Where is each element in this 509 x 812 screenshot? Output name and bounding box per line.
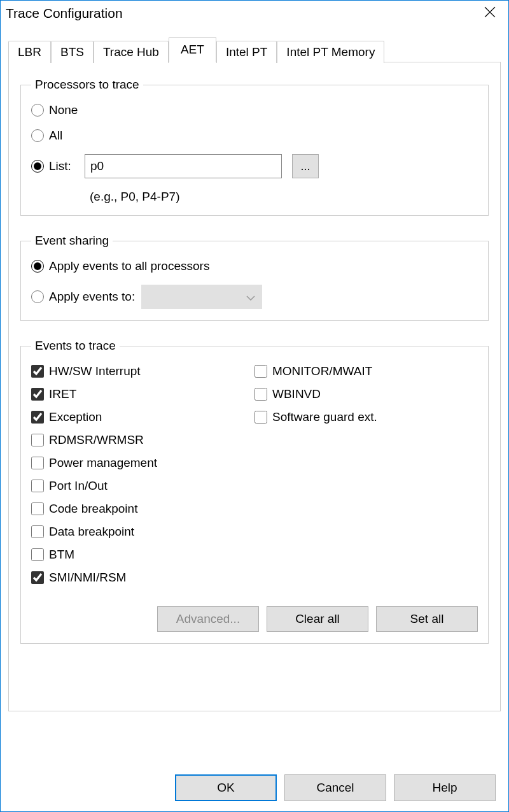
cancel-button[interactable]: Cancel <box>284 774 386 801</box>
chevron-down-icon <box>246 290 255 304</box>
processors-group: Processors to trace None All List: ... (… <box>20 78 489 216</box>
tab-lbr[interactable]: LBR <box>8 41 51 63</box>
titlebar: Trace Configuration <box>1 1 508 26</box>
tab-panel-aet: Processors to trace None All List: ... (… <box>8 62 501 711</box>
apply-to-dropdown[interactable] <box>141 285 262 309</box>
radio-apply-to[interactable] <box>31 290 44 303</box>
check-power-label: Power management <box>49 456 157 470</box>
check-btm[interactable] <box>31 548 44 561</box>
events-group: Events to trace HW/SW Interrupt IRET Exc… <box>20 339 489 644</box>
check-portio[interactable] <box>31 480 44 492</box>
close-icon[interactable] <box>479 6 501 20</box>
radio-none-label: None <box>49 103 78 117</box>
check-data-bp[interactable] <box>31 525 44 538</box>
set-all-button[interactable]: Set all <box>376 606 478 632</box>
processor-list-input[interactable] <box>85 154 282 178</box>
check-rdmsr-label: RDMSR/WRMSR <box>49 433 144 447</box>
radio-none[interactable] <box>31 104 44 117</box>
processor-hint: (e.g., P0, P4-P7) <box>90 190 478 204</box>
tab-bar: LBR BTS Trace Hub AET Intel PT Intel PT … <box>8 36 501 62</box>
radio-apply-all-label: Apply events to all processors <box>49 259 209 273</box>
ok-button[interactable]: OK <box>175 774 277 801</box>
check-sgx-label: Software guard ext. <box>272 410 377 424</box>
tab-container: LBR BTS Trace Hub AET Intel PT Intel PT … <box>8 36 501 711</box>
events-legend: Events to trace <box>31 339 120 353</box>
tab-trace-hub[interactable]: Trace Hub <box>94 41 169 63</box>
browse-button[interactable]: ... <box>292 154 319 178</box>
tab-bts[interactable]: BTS <box>51 41 94 63</box>
event-sharing-legend: Event sharing <box>31 234 113 248</box>
event-sharing-group: Event sharing Apply events to all proces… <box>20 234 489 321</box>
help-button[interactable]: Help <box>394 774 496 801</box>
check-exception-label: Exception <box>49 410 102 424</box>
radio-apply-to-label: Apply events to: <box>49 290 135 304</box>
window-title: Trace Configuration <box>6 6 123 21</box>
check-wbinvd-label: WBINVD <box>272 387 321 401</box>
events-col-left: HW/SW Interrupt IRET Exception RDMSR/WRM… <box>31 364 254 594</box>
advanced-button: Advanced... <box>157 606 259 632</box>
check-monitor-label: MONITOR/MWAIT <box>272 364 372 378</box>
processors-legend: Processors to trace <box>31 78 143 92</box>
check-hwsw-interrupt[interactable] <box>31 365 44 378</box>
check-hwsw-interrupt-label: HW/SW Interrupt <box>49 364 141 378</box>
check-smi-label: SMI/NMI/RSM <box>49 571 126 585</box>
check-rdmsr[interactable] <box>31 434 44 446</box>
tab-aet[interactable]: AET <box>169 37 216 62</box>
check-iret-label: IRET <box>49 387 76 401</box>
check-code-bp-label: Code breakpoint <box>49 502 137 516</box>
dialog-button-row: OK Cancel Help <box>175 774 496 801</box>
check-btm-label: BTM <box>49 548 74 562</box>
check-smi[interactable] <box>31 571 44 584</box>
radio-apply-all[interactable] <box>31 260 44 273</box>
events-col-right: MONITOR/MWAIT WBINVD Software guard ext. <box>254 364 478 594</box>
radio-all-label: All <box>49 129 62 143</box>
check-sgx[interactable] <box>254 411 267 424</box>
check-power[interactable] <box>31 457 44 469</box>
check-data-bp-label: Data breakpoint <box>49 525 134 539</box>
check-exception[interactable] <box>31 411 44 424</box>
check-iret[interactable] <box>31 388 44 401</box>
radio-all[interactable] <box>31 129 44 142</box>
tab-intel-pt[interactable]: Intel PT <box>216 41 277 63</box>
check-wbinvd[interactable] <box>254 388 267 401</box>
tab-intel-pt-memory[interactable]: Intel PT Memory <box>277 41 384 63</box>
check-portio-label: Port In/Out <box>49 479 108 493</box>
check-code-bp[interactable] <box>31 502 44 515</box>
radio-list-label: List: <box>49 159 80 173</box>
clear-all-button[interactable]: Clear all <box>267 606 368 632</box>
check-monitor[interactable] <box>254 365 267 378</box>
radio-list[interactable] <box>31 160 44 173</box>
